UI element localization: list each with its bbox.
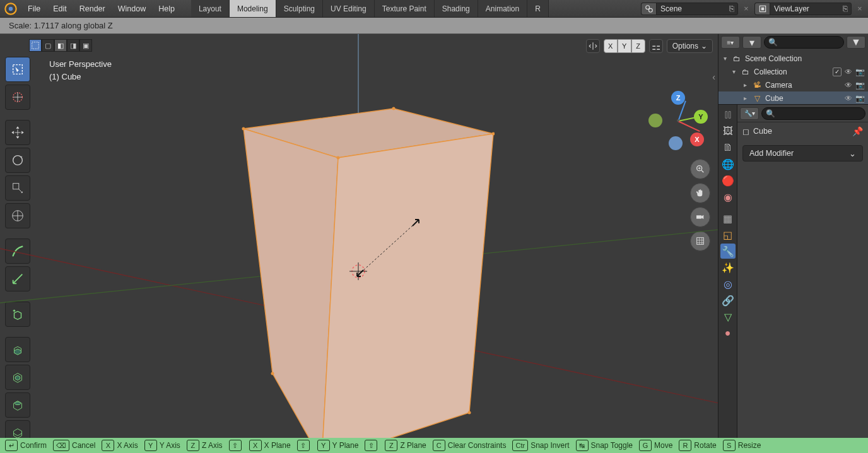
workspace-tab-rendering-truncated[interactable]: R	[527, 0, 549, 17]
scene-delete-icon[interactable]: ×	[741, 3, 752, 15]
scene-name-input[interactable]	[657, 4, 726, 13]
axis-y-button[interactable]: Y	[618, 39, 631, 53]
gizmo-y-axis[interactable]: Y	[694, 110, 708, 124]
annotate-tool[interactable]	[5, 238, 30, 264]
sidebar-toggle-icon[interactable]: ‹	[712, 72, 715, 82]
new-scene-icon[interactable]: ⎘	[726, 3, 737, 15]
material-properties-tab[interactable]: ●	[720, 326, 736, 341]
workspace-tab-animation[interactable]: Animation	[478, 0, 527, 17]
bevel-tool[interactable]	[5, 392, 30, 418]
rotate-tool[interactable]	[5, 148, 30, 173]
outliner-display-mode-button[interactable]: ≡▾	[721, 36, 740, 49]
scene-selector[interactable]: ⎘	[641, 3, 738, 15]
render-properties-tab[interactable]	[720, 107, 736, 122]
viewlayer-properties-tab[interactable]: 🗎	[720, 140, 736, 155]
physics-properties-tab[interactable]: ◎	[720, 276, 736, 291]
select-mode-4-icon[interactable]: ◨	[67, 39, 79, 52]
outliner-search-input[interactable]	[780, 38, 840, 46]
outliner-search[interactable]: 🔍	[764, 36, 844, 49]
outliner-row-collection[interactable]: ▾ 🗀 Collection ✓ 👁📷	[718, 65, 868, 78]
viewlayer-name-input[interactable]	[770, 4, 840, 13]
3d-viewport[interactable]: ▢ ◧ ◨ ▣ X Y Z ⚏ Options⌄ ‹ User Perspect…	[0, 34, 718, 438]
viewlayer-selector[interactable]: ⎘	[754, 3, 852, 15]
viewport-options-button[interactable]: Options⌄	[667, 39, 713, 53]
key-s: S	[723, 440, 736, 451]
svg-point-24	[492, 132, 495, 136]
menu-render[interactable]: Render	[73, 0, 112, 17]
collection-properties-tab[interactable]: ◉	[720, 189, 736, 204]
camera-small-icon[interactable]: 📷	[855, 94, 864, 103]
outliner-filter-funnel-button[interactable]: ▼	[847, 36, 865, 49]
camera-view-icon[interactable]	[690, 207, 710, 227]
eye-icon[interactable]: 👁	[844, 94, 853, 103]
scale-tool[interactable]	[5, 175, 30, 201]
key-shift: ⇧	[297, 440, 310, 451]
edge-select-icon[interactable]: ▢	[42, 39, 54, 52]
gizmo-x-axis[interactable]: X	[690, 132, 704, 146]
outliner-row-camera[interactable]: ▸ 📽 Camera 👁📷	[718, 78, 868, 91]
select-mode-5-icon[interactable]: ▣	[79, 39, 92, 52]
search-icon: 🔍	[766, 109, 775, 118]
svg-rect-15	[697, 238, 704, 245]
viewlayer-delete-icon[interactable]: ×	[854, 3, 865, 15]
workspace-tab-shading[interactable]: Shading	[435, 0, 478, 17]
properties-search[interactable]: 🔍	[761, 107, 865, 120]
outliner-row-scene-collection[interactable]: ▾ 🗀 Scene Collection	[718, 52, 868, 65]
properties-editor-type-button[interactable]: 🔧▾	[740, 107, 759, 120]
loop-cut-tool[interactable]	[5, 420, 30, 438]
menu-window[interactable]: Window	[112, 0, 152, 17]
add-cube-tool[interactable]	[5, 302, 30, 327]
workspace-tab-uv-editing[interactable]: UV Editing	[323, 0, 375, 17]
outliner-tree[interactable]: ▾ 🗀 Scene Collection ▾ 🗀 Collection ✓ 👁📷…	[718, 50, 868, 104]
gizmo-z-axis[interactable]: Z	[671, 91, 685, 105]
vertex-select-icon[interactable]	[29, 39, 42, 52]
camera-small-icon[interactable]: 📷	[855, 68, 864, 76]
measure-tool[interactable]	[5, 266, 30, 291]
mirror-icon[interactable]	[586, 39, 600, 53]
outliner-filter-button[interactable]: ▾	[742, 36, 761, 49]
eye-icon[interactable]: 👁	[844, 81, 853, 90]
workspace-tab-texture-paint[interactable]: Texture Paint	[375, 0, 435, 17]
axis-z-button[interactable]: Z	[631, 39, 645, 53]
menu-file[interactable]: File	[21, 0, 47, 17]
move-tool[interactable]	[5, 120, 30, 145]
ortho-toggle-icon[interactable]	[690, 231, 710, 251]
zoom-icon[interactable]	[690, 159, 710, 179]
world-properties-tab[interactable]: 🔴	[720, 173, 736, 188]
constraint-properties-tab[interactable]: 🔗	[720, 293, 736, 308]
shortcut-label: X Plane	[264, 441, 291, 450]
cursor-tool[interactable]	[5, 85, 30, 110]
camera-small-icon[interactable]: 📷	[855, 81, 864, 90]
workspace-tab-modeling[interactable]: Modeling	[230, 0, 276, 17]
mesh-data-tab[interactable]: ▽	[720, 309, 736, 324]
transform-tool[interactable]	[5, 203, 30, 228]
object-rel-tab[interactable]: ◱	[720, 227, 736, 242]
pin-icon[interactable]: 📌	[852, 126, 863, 136]
properties-search-input[interactable]	[778, 110, 861, 117]
inset-faces-tool[interactable]	[5, 365, 30, 390]
navigation-gizmo[interactable]: Z Y X	[648, 91, 708, 150]
select-box-tool[interactable]	[5, 57, 30, 82]
pan-hand-icon[interactable]	[690, 183, 710, 203]
menu-help[interactable]: Help	[152, 0, 181, 17]
collection-enable-checkbox[interactable]: ✓	[833, 68, 842, 76]
add-modifier-button[interactable]: Add Modifier ⌄	[742, 145, 863, 162]
object-properties-tab[interactable]: ▦	[720, 211, 736, 226]
eye-icon[interactable]: 👁	[844, 68, 853, 76]
axis-x-button[interactable]: X	[604, 39, 618, 53]
menu-edit[interactable]: Edit	[47, 0, 73, 17]
outliner-panel: ≡▾ ▾ 🔍 ▼ ▾ 🗀 Scene Collection ▾ 🗀 Collec…	[718, 34, 868, 105]
workspace-tab-layout[interactable]: Layout	[191, 0, 230, 17]
extrude-region-tool[interactable]	[5, 337, 30, 362]
workspace-tab-sculpting[interactable]: Sculpting	[276, 0, 323, 17]
modifier-properties-tab[interactable]: 🔧	[720, 244, 736, 259]
gizmo-neg-y[interactable]	[648, 114, 662, 127]
new-viewlayer-icon[interactable]: ⎘	[840, 3, 851, 15]
output-properties-tab[interactable]: 🖼	[720, 124, 736, 139]
gizmo-neg-z[interactable]	[669, 136, 683, 150]
auto-merge-icon[interactable]: ⚏	[649, 39, 663, 53]
face-select-icon[interactable]: ◧	[54, 39, 67, 52]
outliner-row-cube[interactable]: ▸ ▽ Cube 👁📷	[718, 91, 868, 104]
scene-properties-tab[interactable]: 🌐	[720, 156, 736, 172]
particle-properties-tab[interactable]: ✨	[720, 260, 736, 275]
